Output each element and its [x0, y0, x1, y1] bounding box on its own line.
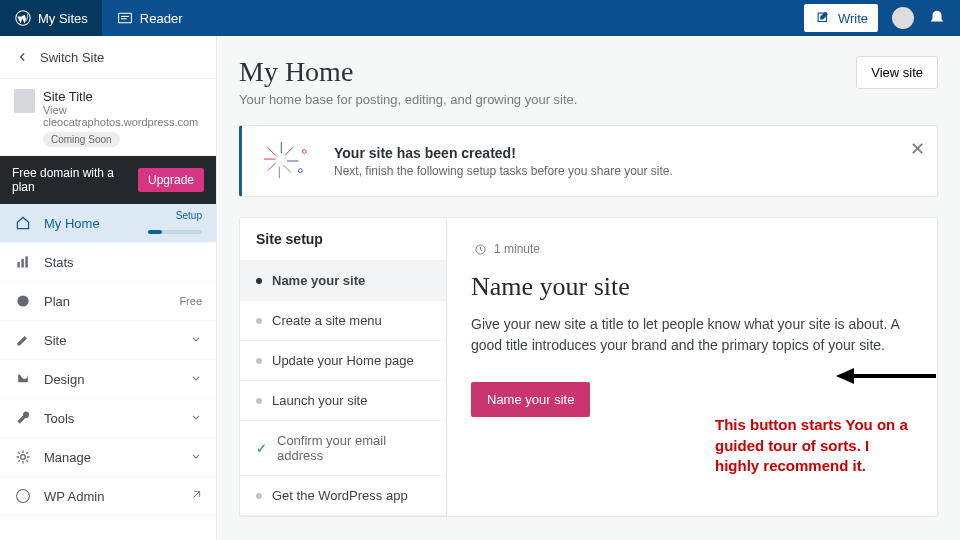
step-label: Name your site — [272, 273, 365, 288]
chevron-down-icon — [190, 372, 202, 387]
step-label: Get the WordPress app — [272, 488, 408, 503]
svg-line-17 — [283, 165, 291, 173]
step-label: Launch your site — [272, 393, 367, 408]
chevron-down-icon — [190, 333, 202, 348]
gear-icon — [14, 448, 32, 466]
bullet-icon — [256, 278, 262, 284]
nav-stats[interactable]: Stats — [0, 243, 216, 282]
site-thumbnail — [14, 89, 35, 113]
bell-icon[interactable] — [928, 9, 946, 27]
avatar[interactable] — [892, 7, 914, 29]
nav-site[interactable]: Site — [0, 321, 216, 360]
main: My Home Your home base for posting, edit… — [217, 36, 960, 540]
nav-wpadmin[interactable]: WP Admin — [0, 477, 216, 516]
site-setup-card: Site setup Name your site Create a site … — [239, 217, 938, 517]
name-site-button[interactable]: Name your site — [471, 382, 590, 417]
coming-soon-badge: Coming Soon — [43, 132, 120, 147]
chevron-down-icon — [190, 411, 202, 426]
nav-my-home[interactable]: My Home Setup — [0, 204, 216, 243]
step-label: Create a site menu — [272, 313, 382, 328]
svg-line-13 — [268, 163, 276, 171]
step-confirm-email[interactable]: ✓Confirm your email address — [240, 421, 446, 476]
step-label: Update your Home page — [272, 353, 414, 368]
nav-manage[interactable]: Manage — [0, 438, 216, 477]
detail-body: Give your new site a title to let people… — [471, 314, 913, 356]
step-label: Confirm your email address — [277, 433, 430, 463]
svg-point-8 — [17, 295, 28, 306]
nav-tools[interactable]: Tools — [0, 399, 216, 438]
write-icon — [814, 9, 832, 27]
detail-heading: Name your site — [471, 272, 913, 302]
step-create-menu[interactable]: Create a site menu — [240, 301, 446, 341]
svg-point-20 — [302, 150, 306, 154]
site-block[interactable]: Site Title View cleocatraphotos.wordpres… — [0, 79, 216, 156]
close-icon[interactable]: ✕ — [910, 138, 925, 160]
step-name-site[interactable]: Name your site — [240, 261, 446, 301]
switch-site-label: Switch Site — [40, 50, 104, 65]
write-label: Write — [838, 11, 868, 26]
nav-label: Stats — [44, 255, 202, 270]
tab-mysites[interactable]: My Sites — [0, 0, 102, 36]
bullet-icon — [256, 493, 262, 499]
bullet-icon — [256, 358, 262, 364]
reader-icon — [116, 9, 134, 27]
site-title: Site Title — [43, 89, 202, 104]
bullet-icon — [256, 398, 262, 404]
svg-line-11 — [268, 148, 276, 156]
nav-label: Design — [44, 372, 178, 387]
annotation-arrow — [836, 364, 936, 388]
page-title: My Home — [239, 56, 577, 88]
promo-text: Free domain with a plan — [12, 166, 138, 194]
time-estimate: 1 minute — [471, 240, 913, 258]
step-get-app[interactable]: Get the WordPress app — [240, 476, 446, 516]
switch-site[interactable]: Switch Site — [0, 36, 216, 79]
page-subtitle: Your home base for posting, editing, and… — [239, 92, 577, 107]
pencil-icon — [14, 331, 32, 349]
fireworks-icon — [258, 138, 316, 184]
svg-rect-1 — [118, 13, 131, 23]
check-icon: ✓ — [256, 441, 267, 456]
wrench-icon — [14, 409, 32, 427]
stats-icon — [14, 253, 32, 271]
view-site-button[interactable]: View site — [856, 56, 938, 89]
home-icon — [14, 214, 32, 232]
steps-list: Site setup Name your site Create a site … — [240, 218, 447, 516]
nav-label: Site — [44, 333, 178, 348]
write-button[interactable]: Write — [804, 4, 878, 32]
svg-point-9 — [21, 455, 26, 460]
nav-label: WP Admin — [44, 489, 178, 504]
nav-plan[interactable]: Plan Free — [0, 282, 216, 321]
sidebar: Switch Site Site Title View cleocatrapho… — [0, 36, 217, 540]
svg-point-10 — [17, 490, 30, 503]
time-text: 1 minute — [494, 242, 540, 256]
sidebar-nav: My Home Setup Stats Plan Free Site Desig… — [0, 204, 216, 540]
svg-rect-5 — [17, 262, 19, 268]
svg-rect-7 — [25, 256, 27, 267]
nav-label: Plan — [44, 294, 167, 309]
wordpress-icon — [14, 9, 32, 27]
setup-label: Setup — [176, 210, 202, 221]
svg-rect-6 — [21, 259, 23, 268]
step-update-home[interactable]: Update your Home page — [240, 341, 446, 381]
chevron-left-icon — [14, 48, 32, 66]
setup-progress — [148, 230, 202, 234]
wordpress-icon — [14, 487, 32, 505]
chevron-down-icon — [190, 450, 202, 465]
nav-label: Tools — [44, 411, 178, 426]
steps-title: Site setup — [240, 218, 446, 261]
tab-reader[interactable]: Reader — [102, 0, 197, 36]
design-icon — [14, 370, 32, 388]
annotation-text: This button starts You on a guided tour … — [715, 415, 915, 476]
tab-mysites-label: My Sites — [38, 11, 88, 26]
nav-design[interactable]: Design — [0, 360, 216, 399]
page-header: My Home Your home base for posting, edit… — [239, 56, 938, 107]
upgrade-button[interactable]: Upgrade — [138, 168, 204, 192]
svg-point-19 — [299, 169, 303, 173]
created-banner: Your site has been created! Next, finish… — [239, 125, 938, 197]
clock-icon — [471, 240, 489, 258]
plan-icon — [14, 292, 32, 310]
external-icon — [190, 489, 202, 504]
step-launch[interactable]: Launch your site — [240, 381, 446, 421]
site-url: View cleocatraphotos.wordpress.com — [43, 104, 202, 128]
bullet-icon — [256, 318, 262, 324]
